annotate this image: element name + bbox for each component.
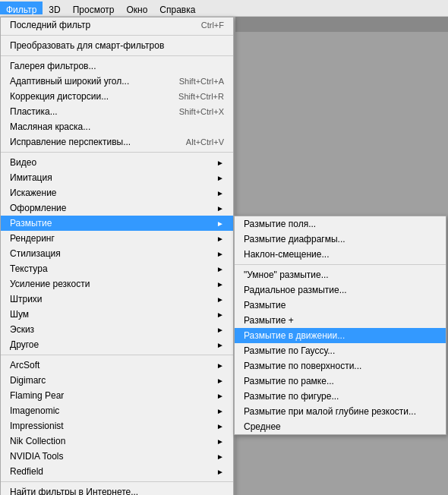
menu-item-other-label: Другое	[10, 339, 39, 350]
menu-item-texture-label: Текстура	[10, 263, 48, 274]
menu-item-sharpen-arrow: ►	[216, 280, 224, 288]
blur-submenu-item-shape[interactable]: Размытие по фигуре...	[235, 389, 446, 404]
menu-bar-filter[interactable]: Фильтр	[0, 2, 43, 14]
menu-item-nvidia-tools[interactable]: NVIDIA Tools ►	[1, 449, 233, 464]
blur-submenu-item-dof[interactable]: Размытие при малой глубине резкости...	[235, 404, 446, 419]
menu-item-impressionist-arrow: ►	[216, 422, 224, 430]
menu-bar-view[interactable]: Просмотр	[67, 2, 121, 14]
blur-item-diaphragm-label: Размытие диафрагмы...	[244, 234, 345, 244]
blur-submenu-item-simple[interactable]: Размытие	[235, 298, 446, 313]
menu-item-stylization[interactable]: Стилизация ►	[1, 246, 233, 261]
menu-item-imagenomic-arrow: ►	[216, 407, 224, 415]
menu-item-strokes[interactable]: Штрихи ►	[1, 292, 233, 307]
menu-item-design[interactable]: Оформление ►	[1, 200, 233, 216]
blur-item-average-label: Среднее	[244, 421, 281, 432]
menu-item-adaptive-wide-shortcut: Shift+Ctrl+A	[179, 77, 224, 86]
menu-item-imagenomic-label: Imagenomic	[10, 405, 59, 416]
menu-item-find-filters-label: Найти фильтры в Интернете...	[10, 487, 138, 495]
menu-item-strokes-arrow: ►	[216, 295, 224, 304]
menu-item-nik-collection-arrow: ►	[216, 437, 224, 446]
blur-item-simple-label: Размытие	[244, 300, 286, 311]
menu-item-design-arrow: ►	[216, 204, 224, 213]
separator-2	[1, 55, 233, 56]
blur-submenu-item-tilt-shift[interactable]: Наклон-смещение...	[235, 247, 446, 262]
menu-item-perspective-shortcut: Alt+Ctrl+V	[186, 137, 224, 147]
menu-item-rendering[interactable]: Рендеринг ►	[1, 231, 233, 246]
menu-item-correction-label: Коррекция дисторсии...	[10, 91, 109, 102]
menu-item-plastic[interactable]: Пластика... Shift+Ctrl+X	[1, 104, 233, 119]
blur-submenu-item-radial[interactable]: Радиальное размытие...	[235, 282, 446, 298]
menu-item-correction[interactable]: Коррекция дисторсии... Shift+Ctrl+R	[1, 89, 233, 104]
menu-item-adaptive-wide[interactable]: Адаптивный широкий угол... Shift+Ctrl+A	[1, 74, 233, 89]
menu-item-imagenomic[interactable]: Imagenomic ►	[1, 403, 233, 418]
blur-submenu-item-surface[interactable]: Размытие по поверхности...	[235, 358, 446, 374]
blur-submenu-item-motion[interactable]: Размытие в движении...	[235, 328, 446, 343]
menu-item-redfield-arrow: ►	[216, 468, 224, 476]
menu-item-blur[interactable]: Размытие ► Размытие поля... Размытие диа…	[1, 216, 233, 231]
menu-item-nik-collection[interactable]: Nik Collection ►	[1, 434, 233, 449]
menu-item-gallery[interactable]: Галерея фильтров...	[1, 58, 233, 74]
blur-item-surface-label: Размытие по поверхности...	[244, 361, 361, 371]
menu-item-flaming-pear-label: Flaming Pear	[10, 390, 64, 401]
menu-item-impressionist[interactable]: Impressionist ►	[1, 418, 233, 434]
menu-item-last-filter[interactable]: Последний фильтр Ctrl+F	[1, 17, 233, 33]
menu-item-last-filter-shortcut: Ctrl+F	[201, 20, 224, 30]
menu-item-flaming-pear[interactable]: Flaming Pear ►	[1, 388, 233, 403]
menu-item-other[interactable]: Другое ►	[1, 337, 233, 352]
menu-item-sketch-label: Эскиз	[10, 324, 34, 335]
menu-item-find-filters[interactable]: Найти фильтры в Интернете...	[1, 484, 233, 495]
menu-item-perspective[interactable]: Исправление перспективы... Alt+Ctrl+V	[1, 134, 233, 150]
blur-item-motion-label: Размытие в движении...	[244, 330, 345, 341]
menu-bar-3d[interactable]: 3D	[43, 2, 66, 14]
blur-submenu: Размытие поля... Размытие диафрагмы... Н…	[234, 216, 446, 435]
menu-item-noise-label: Шум	[10, 309, 29, 320]
menu-item-texture-arrow: ►	[216, 265, 224, 273]
menu-item-imitation-arrow: ►	[216, 174, 224, 182]
menu-item-sharpen[interactable]: Усиление резкости ►	[1, 276, 233, 292]
menu-item-texture[interactable]: Текстура ►	[1, 261, 233, 276]
menu-item-correction-shortcut: Shift+Ctrl+R	[178, 92, 224, 101]
blur-submenu-item-frame[interactable]: Размытие по рамке...	[235, 374, 446, 389]
menu-item-arcsoft[interactable]: ArcSoft ►	[1, 358, 233, 373]
menu-item-smart-filters[interactable]: Преобразовать для смарт-фильтров	[1, 38, 233, 53]
blur-item-gaussian-label: Размытие по Гауссу...	[244, 345, 335, 356]
blur-submenu-item-diaphragm[interactable]: Размытие диафрагмы...	[235, 232, 446, 247]
menu-item-rendering-label: Рендеринг	[10, 233, 55, 244]
menu-item-strokes-label: Штрихи	[10, 294, 43, 304]
blur-submenu-item-smart[interactable]: "Умное" размытие...	[235, 267, 446, 282]
menu-item-last-filter-label: Последний фильтр	[10, 20, 90, 30]
menu-item-nvidia-tools-arrow: ►	[216, 452, 224, 461]
menu-item-distortion-arrow: ►	[216, 189, 224, 197]
menu-item-sketch[interactable]: Эскиз ►	[1, 322, 233, 337]
menu-bar-help[interactable]: Справка	[153, 2, 201, 14]
menu-item-digimarc-label: Digimarc	[10, 375, 46, 386]
menu-item-arcsoft-arrow: ►	[216, 361, 224, 370]
menu-item-smart-filters-label: Преобразовать для смарт-фильтров	[10, 40, 164, 51]
menu-item-imitation[interactable]: Имитация ►	[1, 170, 233, 185]
blur-item-smart-label: "Умное" размытие...	[244, 270, 329, 280]
menu-item-distortion-label: Искажение	[10, 188, 57, 198]
menu-item-noise[interactable]: Шум ►	[1, 307, 233, 322]
blur-item-radial-label: Радиальное размытие...	[244, 285, 347, 295]
menu-item-distortion[interactable]: Искажение ►	[1, 185, 233, 200]
menu-item-redfield[interactable]: Redfield ►	[1, 464, 233, 479]
menu-item-digimarc[interactable]: Digimarc ►	[1, 373, 233, 388]
blur-item-plus-label: Размытие +	[244, 315, 294, 326]
blur-item-frame-label: Размытие по рамке...	[244, 376, 334, 386]
menu-item-video-label: Видео	[10, 157, 36, 168]
menu-item-plastic-label: Пластика...	[10, 106, 58, 117]
blur-item-dof-label: Размытие при малой глубине резкости...	[244, 406, 416, 417]
blur-submenu-item-plus[interactable]: Размытие +	[235, 313, 446, 328]
blur-submenu-item-average[interactable]: Среднее	[235, 419, 446, 434]
menu-item-other-arrow: ►	[216, 341, 224, 349]
menu-bar-window[interactable]: Окно	[120, 2, 153, 14]
blur-submenu-item-gaussian[interactable]: Размытие по Гауссу...	[235, 343, 446, 358]
menu-item-stylization-arrow: ►	[216, 250, 224, 258]
menu-item-noise-arrow: ►	[216, 311, 224, 319]
menu-item-nvidia-tools-label: NVIDIA Tools	[10, 451, 63, 462]
menu-item-oil-paint[interactable]: Масляная краска...	[1, 119, 233, 134]
menu-item-impressionist-label: Impressionist	[10, 421, 64, 431]
menu-item-video[interactable]: Видео ►	[1, 155, 233, 170]
blur-submenu-item-field[interactable]: Размытие поля...	[235, 216, 446, 232]
menu-item-imitation-label: Имитация	[10, 172, 52, 183]
